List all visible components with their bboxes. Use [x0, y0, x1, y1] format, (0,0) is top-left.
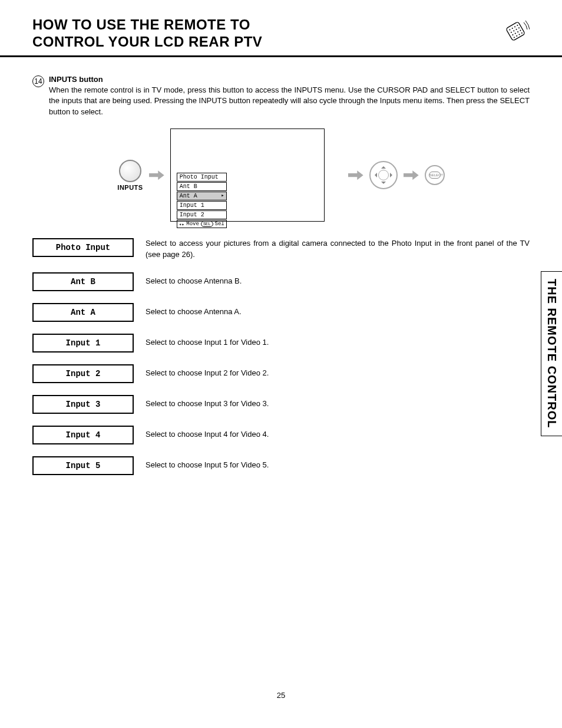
option-label: Input 2	[32, 364, 134, 383]
option-label: Ant A	[32, 303, 134, 322]
content: 14 INPUTS button When the remote control…	[0, 57, 562, 475]
menu-item-input-2: Input 2	[177, 210, 227, 219]
options-table: Photo Input Select to access your pictur…	[32, 238, 530, 475]
option-label: Photo Input	[32, 238, 134, 257]
title-line-2: CONTROL YOUR LCD REAR PTV	[32, 34, 262, 50]
option-label: Input 4	[32, 426, 134, 444]
option-desc: Select to choose Input 3 for Video 3.	[146, 398, 530, 410]
arrow-right-icon	[404, 170, 419, 180]
option-row-input-5: Input 5 Select to choose Input 5 for Vid…	[32, 456, 530, 475]
option-label: Input 1	[32, 334, 134, 353]
option-label: Ant B	[32, 272, 134, 291]
option-row-input-1: Input 1 Select to choose Input 1 for Vid…	[32, 334, 530, 353]
option-row-input-3: Input 3 Select to choose Input 3 for Vid…	[32, 395, 530, 414]
page-number: 25	[0, 691, 562, 700]
option-row-input-2: Input 2 Select to choose Input 2 for Vid…	[32, 364, 530, 383]
menu-hint-sel: Sel	[215, 221, 224, 227]
remote-icon	[501, 19, 530, 46]
option-desc: Select to choose Input 5 for Video 5.	[146, 460, 530, 471]
inputs-button-figure: INPUTS	[117, 160, 143, 191]
title-line-1: HOW TO USE THE REMOTE TO	[32, 17, 250, 32]
inputs-button-icon	[119, 160, 141, 182]
section-text: When the remote control is in TV mode, p…	[49, 85, 530, 118]
page-header: HOW TO USE THE REMOTE TO CONTROL YOUR LC…	[0, 0, 562, 57]
option-row-photo-input: Photo Input Select to access your pictur…	[32, 238, 530, 261]
inputs-button-label: INPUTS	[117, 184, 143, 191]
section-title: INPUTS button	[49, 75, 530, 84]
figure-row: INPUTS Photo Input Ant B Ant A Input 1 I…	[32, 129, 530, 222]
option-desc: Select to choose Input 2 for Video 2.	[146, 368, 530, 379]
move-arrows-icon: ✦▸	[179, 222, 185, 227]
side-tab: THE REMOTE CONTROL	[541, 271, 562, 436]
section-inputs-button: 14 INPUTS button When the remote control…	[32, 75, 530, 118]
menu-item-photo-input: Photo Input	[177, 173, 227, 182]
option-label: Input 3	[32, 395, 134, 414]
inputs-menu-screen: Photo Input Ant B Ant A Input 1 Input 2 …	[170, 129, 325, 222]
option-desc: Select to choose Input 1 for Video 1.	[146, 337, 530, 348]
option-desc: Select to choose Antenna B.	[146, 276, 530, 287]
option-desc: Select to choose Input 4 for Video 4.	[146, 429, 530, 440]
sel-chip-icon: SEL	[201, 221, 213, 227]
option-label: Input 5	[32, 456, 134, 475]
option-row-ant-b: Ant B Select to choose Antenna B.	[32, 272, 530, 291]
option-desc: Select to access your pictures from a di…	[146, 238, 530, 261]
select-button-inner-label: SELECT	[429, 172, 441, 179]
arrow-right-icon	[149, 170, 164, 180]
select-button-icon: SELECT	[425, 165, 445, 185]
menu-item-ant-a: Ant A	[177, 192, 227, 200]
option-row-input-4: Input 4 Select to choose Input 4 for Vid…	[32, 426, 530, 444]
menu-item-ant-b: Ant B	[177, 182, 227, 191]
option-desc: Select to choose Antenna A.	[146, 307, 530, 318]
svg-rect-0	[506, 22, 525, 41]
menu-hint: ✦▸ Move SEL Sel	[177, 220, 227, 228]
option-row-ant-a: Ant A Select to choose Antenna A.	[32, 303, 530, 322]
menu-item-input-1: Input 1	[177, 201, 227, 210]
section-body: INPUTS button When the remote control is…	[49, 75, 530, 118]
circled-number-icon: 14	[32, 75, 44, 87]
page-title: HOW TO USE THE REMOTE TO CONTROL YOUR LC…	[32, 17, 262, 51]
cursor-pad-icon	[369, 161, 398, 189]
menu-hint-move: Move	[186, 221, 199, 227]
arrow-right-icon	[348, 170, 363, 180]
